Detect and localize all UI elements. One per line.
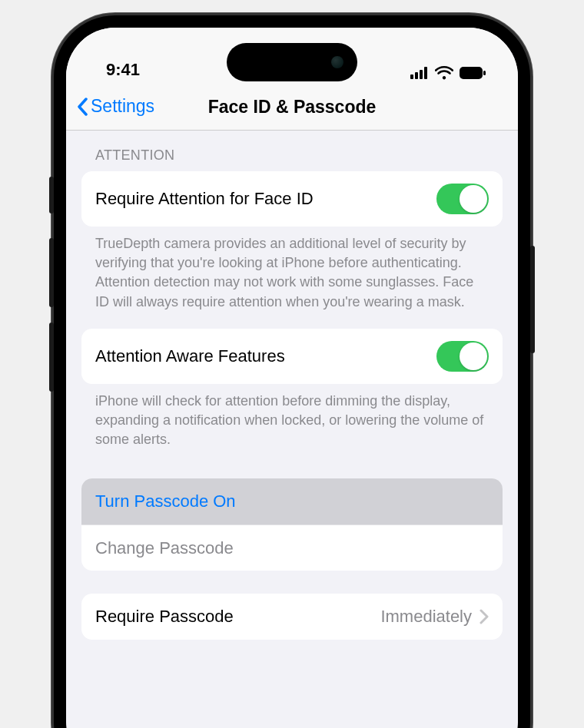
screen: 9:41 bbox=[66, 28, 518, 728]
side-button-volume-up bbox=[49, 238, 54, 307]
status-indicators bbox=[410, 66, 486, 80]
cell-group-require-attention: Require Attention for Face ID bbox=[81, 171, 503, 227]
svg-rect-1 bbox=[415, 72, 418, 79]
toggle-knob bbox=[460, 185, 487, 213]
section-header-attention: ATTENTION bbox=[81, 131, 503, 171]
cell-require-passcode[interactable]: Require Passcode Immediately bbox=[81, 594, 503, 640]
side-button-silent bbox=[49, 177, 54, 213]
chevron-left-icon bbox=[77, 98, 89, 116]
status-time: 9:41 bbox=[106, 60, 140, 80]
section-footer-require-attention: TrueDepth camera provides an additional … bbox=[81, 227, 503, 318]
battery-icon bbox=[460, 67, 486, 79]
side-button-volume-down bbox=[49, 323, 54, 392]
cell-label: Change Passcode bbox=[95, 538, 234, 558]
dynamic-island bbox=[227, 43, 357, 81]
toggle-attention-aware[interactable] bbox=[436, 341, 489, 372]
svg-rect-0 bbox=[410, 74, 413, 79]
cell-label: Turn Passcode On bbox=[95, 491, 236, 511]
nav-bar: Settings Face ID & Passcode bbox=[66, 83, 518, 131]
toggle-require-attention[interactable] bbox=[436, 184, 489, 214]
toggle-knob bbox=[460, 342, 487, 370]
cell-group-attention-aware: Attention Aware Features bbox=[81, 329, 503, 384]
cell-group-passcode: Turn Passcode On Change Passcode bbox=[81, 478, 503, 571]
back-label: Settings bbox=[91, 96, 154, 117]
cell-label: Require Passcode bbox=[95, 607, 234, 627]
chevron-right-icon bbox=[479, 609, 489, 624]
cell-label: Require Attention for Face ID bbox=[95, 189, 314, 209]
cell-attention-aware[interactable]: Attention Aware Features bbox=[81, 329, 503, 384]
content: ATTENTION Require Attention for Face ID … bbox=[66, 131, 518, 640]
cell-turn-passcode-on[interactable]: Turn Passcode On bbox=[81, 478, 503, 524]
svg-rect-3 bbox=[424, 67, 427, 79]
cell-group-require-passcode: Require Passcode Immediately bbox=[81, 594, 503, 640]
back-button[interactable]: Settings bbox=[77, 96, 154, 117]
cell-value: Immediately bbox=[380, 607, 472, 627]
page-title: Face ID & Passcode bbox=[208, 96, 377, 117]
svg-rect-2 bbox=[420, 70, 423, 79]
svg-rect-5 bbox=[483, 71, 486, 75]
cell-require-attention[interactable]: Require Attention for Face ID bbox=[81, 171, 503, 227]
section-footer-attention-aware: iPhone will check for attention before d… bbox=[81, 384, 503, 456]
cellular-icon bbox=[410, 67, 429, 79]
front-camera-icon bbox=[331, 56, 343, 68]
cell-label: Attention Aware Features bbox=[95, 346, 285, 366]
phone-frame: 9:41 bbox=[54, 15, 530, 728]
wifi-icon bbox=[435, 66, 453, 80]
svg-rect-4 bbox=[460, 67, 483, 79]
side-button-power bbox=[530, 246, 535, 353]
cell-change-passcode[interactable]: Change Passcode bbox=[81, 524, 503, 571]
